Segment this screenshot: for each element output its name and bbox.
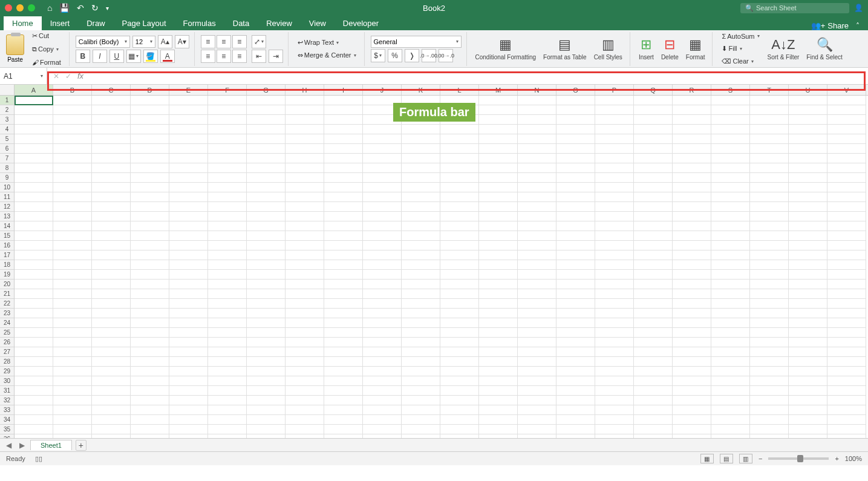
cell[interactable] — [673, 231, 711, 241]
cell[interactable] — [789, 173, 827, 183]
cell[interactable] — [286, 405, 324, 415]
cell[interactable] — [634, 221, 673, 231]
cell[interactable] — [208, 192, 247, 202]
cell[interactable] — [247, 376, 286, 386]
cell[interactable] — [673, 144, 711, 154]
maximize-window-button[interactable] — [28, 4, 35, 11]
cell[interactable] — [479, 309, 518, 318]
cell[interactable] — [402, 415, 440, 425]
cell[interactable] — [169, 125, 208, 134]
cell[interactable] — [169, 144, 208, 154]
cell[interactable] — [363, 309, 402, 318]
cell[interactable] — [92, 154, 131, 163]
cell[interactable] — [479, 434, 518, 438]
cell[interactable] — [286, 154, 324, 163]
cell[interactable] — [324, 183, 363, 192]
cell[interactable] — [711, 347, 750, 357]
cell[interactable] — [286, 270, 324, 280]
wrap-text-button[interactable]: ↩Wrap Text▾ — [295, 37, 359, 48]
cell[interactable] — [363, 144, 402, 154]
cell[interactable] — [789, 183, 827, 192]
cell[interactable] — [169, 173, 208, 183]
cell[interactable] — [208, 396, 247, 405]
cell[interactable] — [479, 202, 518, 212]
cell[interactable] — [169, 309, 208, 318]
cell[interactable] — [518, 396, 556, 405]
cell[interactable] — [402, 318, 440, 328]
cell[interactable] — [131, 260, 169, 270]
merge-center-button[interactable]: ⇔Merge & Center▾ — [295, 50, 359, 61]
cell[interactable] — [92, 115, 131, 125]
cell[interactable] — [208, 415, 247, 425]
cell[interactable] — [518, 280, 556, 289]
cell[interactable] — [673, 202, 711, 212]
cell[interactable] — [440, 144, 479, 154]
cell[interactable] — [789, 309, 827, 318]
row-header[interactable]: 26 — [0, 338, 14, 347]
cell[interactable] — [169, 434, 208, 438]
cell[interactable] — [479, 289, 518, 299]
column-header[interactable]: T — [750, 85, 789, 95]
cell[interactable] — [324, 415, 363, 425]
cell[interactable] — [324, 212, 363, 221]
cell[interactable] — [711, 192, 750, 202]
cell[interactable] — [595, 405, 634, 415]
cell[interactable] — [53, 105, 92, 115]
cell[interactable] — [711, 299, 750, 309]
cell[interactable] — [518, 434, 556, 438]
select-all-corner[interactable] — [0, 85, 15, 96]
cell[interactable] — [789, 415, 827, 425]
column-header[interactable]: O — [556, 85, 595, 95]
cell[interactable] — [595, 192, 634, 202]
cell[interactable] — [595, 357, 634, 367]
close-window-button[interactable] — [5, 4, 12, 11]
cell[interactable] — [750, 338, 789, 347]
cell[interactable] — [711, 280, 750, 289]
cell[interactable] — [595, 241, 634, 250]
cell[interactable] — [324, 202, 363, 212]
cell[interactable] — [750, 425, 789, 434]
cell[interactable] — [634, 212, 673, 221]
cell[interactable] — [556, 415, 595, 425]
macro-record-icon[interactable]: ▯▯ — [35, 455, 42, 463]
cell[interactable] — [827, 386, 866, 396]
row-header[interactable]: 20 — [0, 280, 14, 289]
row-header[interactable]: 28 — [0, 357, 14, 367]
align-right-button[interactable]: ≡ — [232, 50, 247, 63]
cell[interactable] — [440, 134, 479, 144]
cell[interactable] — [440, 289, 479, 299]
cell[interactable] — [518, 376, 556, 386]
align-middle-button[interactable]: ≡ — [217, 35, 231, 48]
cell[interactable] — [673, 192, 711, 202]
cell[interactable] — [518, 125, 556, 134]
cell[interactable] — [479, 125, 518, 134]
cell[interactable] — [518, 221, 556, 231]
cell[interactable] — [15, 173, 53, 183]
cell[interactable] — [673, 173, 711, 183]
cell[interactable] — [440, 328, 479, 338]
cell[interactable] — [440, 386, 479, 396]
cell[interactable] — [402, 367, 440, 376]
cell[interactable] — [673, 396, 711, 405]
cell[interactable] — [440, 299, 479, 309]
cell[interactable] — [402, 357, 440, 367]
bold-button[interactable]: B — [76, 50, 90, 63]
cell[interactable] — [53, 318, 92, 328]
cell[interactable] — [750, 309, 789, 318]
cell[interactable] — [827, 250, 866, 260]
cell[interactable] — [208, 212, 247, 221]
cell[interactable] — [363, 425, 402, 434]
cell[interactable] — [827, 434, 866, 438]
cell[interactable] — [208, 144, 247, 154]
cell[interactable] — [131, 115, 169, 125]
cell[interactable] — [711, 241, 750, 250]
cell[interactable] — [827, 405, 866, 415]
cell[interactable] — [92, 270, 131, 280]
cell[interactable] — [92, 415, 131, 425]
cell[interactable] — [556, 125, 595, 134]
cell[interactable] — [518, 270, 556, 280]
cell[interactable] — [556, 434, 595, 438]
cell[interactable] — [286, 357, 324, 367]
cell[interactable] — [92, 231, 131, 241]
cell[interactable] — [789, 212, 827, 221]
